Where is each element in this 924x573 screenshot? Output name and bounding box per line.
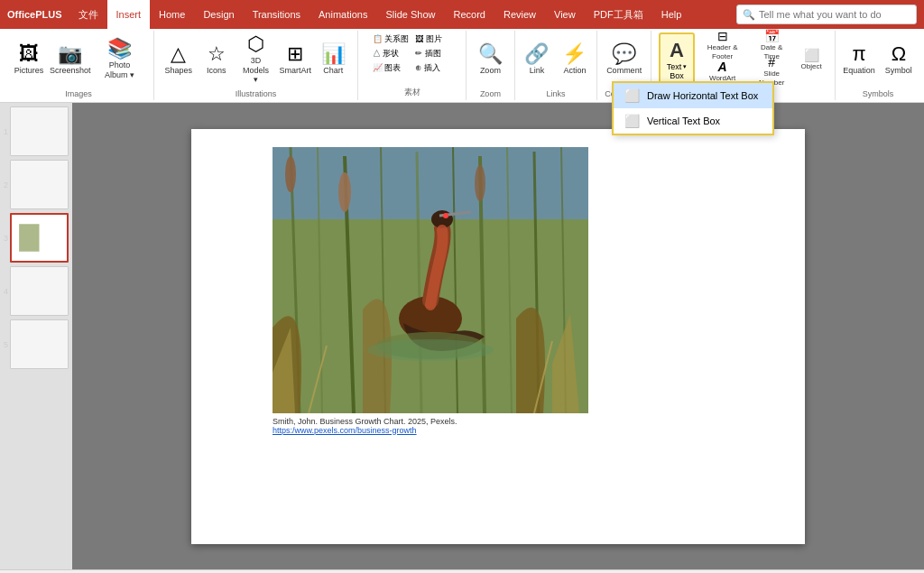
equation-icon: π — [853, 44, 866, 64]
slide-thumb-wrapper-2: 2 — [4, 160, 69, 209]
illustrations-group-label: Illustrations — [162, 88, 350, 98]
vertical-textbox-item[interactable]: ⬜ Vertical Text Box — [614, 108, 772, 134]
vertical-textbox-icon: ⬜ — [624, 114, 640, 128]
svg-point-20 — [443, 213, 448, 218]
slide-image-container: Smith, John. Business Growth Chart. 2025… — [273, 147, 588, 435]
photo-album-icon: 📚 — [107, 39, 132, 59]
cn-items: 📋 关系图 🖼 图片 △ 形状 ✏ 插图 📈 图表 ⊕ 插入 — [370, 32, 455, 75]
object-icon: ⬜ — [804, 49, 819, 61]
svg-point-14 — [285, 156, 296, 192]
slide-thumb-5[interactable] — [10, 319, 69, 369]
symbol-label: Symbol — [885, 66, 912, 76]
3d-models-button[interactable]: ⬡ 3D Models ▾ — [236, 32, 276, 87]
tab-design[interactable]: Design — [194, 0, 243, 29]
textbox-dropdown-menu: ⬜ Draw Horizontal Text Box ⬜ Vertical Te… — [612, 81, 774, 135]
tab-review[interactable]: Review — [494, 0, 545, 29]
links-group-label: Links — [522, 88, 590, 98]
pictures-label: Pictures — [14, 66, 44, 76]
symbols-group-label: Symbols — [843, 88, 913, 98]
draw-horizontal-icon: ⬜ — [624, 88, 640, 103]
action-button[interactable]: ⚡ Action — [557, 32, 593, 87]
cn-tupian[interactable]: 🖼 图片 — [412, 32, 455, 46]
smartart-icon: ⊞ — [287, 44, 303, 64]
photo-album-button[interactable]: 📚 Photo Album ▾ — [93, 32, 146, 87]
textbox-box-label: Box — [670, 71, 684, 80]
tab-file[interactable]: 文件 — [69, 0, 107, 29]
tab-pdf[interactable]: PDF工具箱 — [585, 0, 652, 29]
group-images: 🖼 Pictures 📷 Screenshot 📚 Photo Album ▾ … — [4, 31, 154, 100]
tab-transitions[interactable]: Transitions — [244, 0, 310, 29]
smartart-button[interactable]: ⊞ SmartArt — [277, 32, 313, 87]
search-bar[interactable]: 🔍 — [736, 5, 917, 24]
svg-point-16 — [475, 165, 485, 201]
date-time-button[interactable]: 📅 Date & Time — [750, 32, 793, 58]
icons-button[interactable]: ☆ Icons — [199, 32, 235, 87]
search-icon: 🔍 — [743, 9, 755, 21]
wordart-icon: A — [718, 60, 727, 73]
comment-button[interactable]: 💬 Comment — [603, 32, 645, 87]
text-box-button[interactable]: A Text ▾ Box — [659, 32, 695, 87]
cn-xingzhuang[interactable]: △ 形状 — [370, 47, 412, 60]
slide-thumb-3[interactable] — [10, 213, 69, 263]
comments-content: 💬 Comment — [603, 32, 645, 88]
shapes-button[interactable]: △ Shapes — [161, 32, 197, 87]
draw-horizontal-textbox-item[interactable]: ⬜ Draw Horizontal Text Box — [614, 83, 772, 108]
text-small-buttons2: 📅 Date & Time # Slide Number — [750, 32, 793, 84]
tab-slideshow[interactable]: Slide Show — [376, 0, 444, 29]
search-input[interactable] — [759, 9, 903, 20]
tab-insert[interactable]: Insert — [107, 0, 151, 29]
zoom-content: 🔍 Zoom — [472, 32, 508, 88]
3d-models-icon: ⬡ — [247, 34, 264, 54]
wordart-button[interactable]: A WordArt — [697, 59, 748, 84]
slide-number-button[interactable]: # Slide Number — [750, 59, 793, 84]
link-button[interactable]: 🔗 Link — [519, 32, 555, 87]
textbox-dropdown-arrow[interactable]: ▾ — [683, 63, 687, 70]
ribbon-content: 🖼 Pictures 📷 Screenshot 📚 Photo Album ▾ … — [0, 29, 924, 103]
screenshot-button[interactable]: 📷 Screenshot — [49, 32, 91, 87]
tab-view[interactable]: View — [545, 0, 585, 29]
ribbon-tab-bar: OfficePLUS 文件 Insert Home Design Transit… — [0, 0, 924, 29]
links-content: 🔗 Link ⚡ Action — [519, 32, 593, 88]
group-materials: 📋 关系图 🖼 图片 △ 形状 ✏ 插图 📈 图表 ⊕ 插入 素材 — [358, 31, 467, 100]
link-label: Link — [530, 66, 545, 76]
smartart-label: SmartArt — [280, 66, 312, 76]
header-footer-button[interactable]: ⊟ Header & Footer — [697, 32, 748, 58]
chart-button[interactable]: 📊 Chart — [315, 32, 351, 87]
zoom-button[interactable]: 🔍 Zoom — [472, 32, 508, 87]
slide-thumb-2[interactable] — [10, 160, 69, 209]
tab-help[interactable]: Help — [652, 0, 691, 29]
date-time-icon: 📅 — [764, 30, 780, 42]
slide-num-3: 3 — [4, 234, 8, 243]
zoom-group-label: Zoom — [474, 88, 506, 98]
group-illustrations: △ Shapes ☆ Icons ⬡ 3D Models ▾ ⊞ SmartAr… — [154, 31, 358, 100]
shapes-icon: △ — [171, 44, 186, 64]
cn-guanxi[interactable]: 📋 关系图 — [370, 32, 412, 46]
symbol-button[interactable]: Ω Symbol — [881, 32, 917, 87]
images-group-label: Images — [11, 88, 146, 98]
pictures-icon: 🖼 — [19, 44, 39, 64]
slide-num-5: 5 — [4, 340, 8, 349]
cn-charu[interactable]: ✏ 插图 — [412, 47, 455, 60]
main-area: 1 2 3 4 5 — [0, 103, 924, 569]
images-buttons: 🖼 Pictures 📷 Screenshot 📚 Photo Album ▾ — [11, 32, 146, 88]
header-footer-icon: ⊟ — [717, 30, 728, 42]
slide-thumb-wrapper-4: 4 — [4, 266, 69, 316]
tab-record[interactable]: Record — [444, 0, 494, 29]
slide-thumb-wrapper-1: 1 — [4, 106, 69, 156]
screenshot-label: Screenshot — [50, 66, 91, 76]
caption-link[interactable]: https:/www.pexels.com/business-growth — [273, 426, 417, 435]
canvas-area[interactable]: Smith, John. Business Growth Chart. 2025… — [72, 103, 924, 569]
icons-label: Icons — [207, 66, 226, 76]
cn-tubiao[interactable]: 📈 图表 — [370, 61, 412, 75]
zoom-label: Zoom — [480, 66, 501, 76]
slide-thumb-4[interactable] — [10, 266, 69, 316]
slide-thumb-1[interactable] — [10, 106, 69, 156]
cn-charu2[interactable]: ⊕ 插入 — [412, 61, 455, 75]
tab-animations[interactable]: Animations — [310, 0, 376, 29]
pictures-button[interactable]: 🖼 Pictures — [11, 32, 47, 87]
tab-home[interactable]: Home — [150, 0, 194, 29]
vertical-textbox-label: Vertical Text Box — [647, 116, 720, 126]
group-zoom: 🔍 Zoom Zoom — [467, 31, 514, 100]
object-button[interactable]: ⬜ Object — [795, 32, 827, 87]
equation-button[interactable]: π Equation — [839, 32, 879, 87]
